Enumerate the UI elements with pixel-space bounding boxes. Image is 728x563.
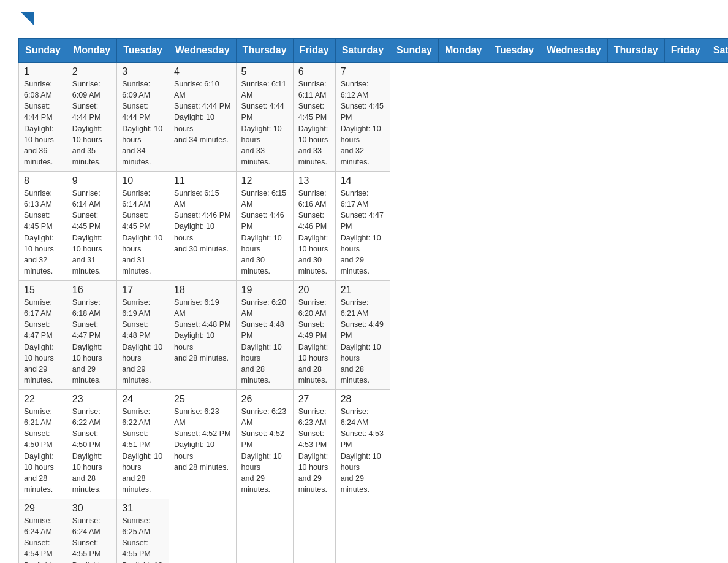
day-info: Sunrise: 6:25 AMSunset: 4:55 PMDaylight:… — [122, 515, 164, 563]
calendar-cell: 6 Sunrise: 6:11 AMSunset: 4:45 PMDayligh… — [293, 63, 335, 172]
day-number: 21 — [341, 285, 385, 296]
calendar-week-row: 1 Sunrise: 6:08 AMSunset: 4:44 PMDayligh… — [19, 63, 729, 172]
day-number: 7 — [341, 66, 385, 77]
calendar-cell: 10 Sunrise: 6:14 AMSunset: 4:45 PMDaylig… — [117, 172, 169, 281]
calendar-week-row: 8 Sunrise: 6:13 AMSunset: 4:45 PMDayligh… — [19, 172, 729, 281]
day-number: 22 — [24, 394, 62, 405]
calendar-cell: 15 Sunrise: 6:17 AMSunset: 4:47 PMDaylig… — [19, 281, 67, 390]
calendar-cell: 30 Sunrise: 6:24 AMSunset: 4:55 PMDaylig… — [67, 499, 116, 564]
calendar-cell: 20 Sunrise: 6:20 AMSunset: 4:49 PMDaylig… — [293, 281, 335, 390]
day-info: Sunrise: 6:22 AMSunset: 4:51 PMDaylight:… — [122, 406, 164, 495]
header-sunday: Sunday — [19, 39, 67, 63]
day-info: Sunrise: 6:17 AMSunset: 4:47 PMDaylight:… — [24, 297, 62, 386]
day-number: 3 — [122, 66, 164, 77]
calendar-cell: 23 Sunrise: 6:22 AMSunset: 4:50 PMDaylig… — [67, 390, 116, 499]
day-number: 11 — [174, 175, 231, 186]
day-number: 23 — [72, 394, 112, 405]
day-info: Sunrise: 6:15 AMSunset: 4:46 PMDaylight:… — [174, 188, 231, 255]
day-number: 26 — [241, 394, 288, 405]
svg-marker-0 — [21, 12, 34, 26]
day-number: 20 — [298, 285, 330, 296]
day-info: Sunrise: 6:11 AMSunset: 4:44 PMDaylight:… — [241, 79, 288, 167]
calendar-cell: 1 Sunrise: 6:08 AMSunset: 4:44 PMDayligh… — [19, 63, 67, 172]
page-header — [18, 12, 710, 26]
day-info: Sunrise: 6:23 AMSunset: 4:52 PMDaylight:… — [174, 406, 231, 473]
day-info: Sunrise: 6:09 AMSunset: 4:44 PMDaylight:… — [72, 79, 112, 167]
calendar-cell: 28 Sunrise: 6:24 AMSunset: 4:53 PMDaylig… — [335, 390, 390, 499]
day-info: Sunrise: 6:20 AMSunset: 4:48 PMDaylight:… — [241, 297, 288, 386]
day-number: 25 — [174, 394, 231, 405]
day-info: Sunrise: 6:20 AMSunset: 4:49 PMDaylight:… — [298, 297, 330, 386]
day-info: Sunrise: 6:19 AMSunset: 4:48 PMDaylight:… — [122, 297, 164, 386]
day-info: Sunrise: 6:13 AMSunset: 4:45 PMDaylight:… — [24, 188, 62, 277]
day-info: Sunrise: 6:11 AMSunset: 4:45 PMDaylight:… — [298, 79, 330, 167]
day-number: 24 — [122, 394, 164, 405]
day-info: Sunrise: 6:15 AMSunset: 4:46 PMDaylight:… — [241, 188, 288, 277]
calendar-cell: 13 Sunrise: 6:16 AMSunset: 4:46 PMDaylig… — [293, 172, 335, 281]
header-tuesday: Tuesday — [117, 39, 169, 63]
calendar-cell: 2 Sunrise: 6:09 AMSunset: 4:44 PMDayligh… — [67, 63, 116, 172]
day-info: Sunrise: 6:16 AMSunset: 4:46 PMDaylight:… — [298, 188, 330, 277]
day-number: 27 — [298, 394, 330, 405]
header-day-friday: Friday — [664, 39, 707, 63]
day-number: 4 — [174, 66, 231, 77]
calendar-cell — [236, 499, 293, 564]
calendar-cell: 24 Sunrise: 6:22 AMSunset: 4:51 PMDaylig… — [117, 390, 169, 499]
day-info: Sunrise: 6:19 AMSunset: 4:48 PMDaylight:… — [174, 297, 231, 364]
day-number: 12 — [241, 175, 288, 186]
day-number: 16 — [72, 285, 112, 296]
day-number: 29 — [24, 503, 62, 514]
day-number: 1 — [24, 66, 62, 77]
calendar-cell: 7 Sunrise: 6:12 AMSunset: 4:45 PMDayligh… — [335, 63, 390, 172]
calendar-cell — [293, 499, 335, 564]
calendar-cell: 29 Sunrise: 6:24 AMSunset: 4:54 PMDaylig… — [19, 499, 67, 564]
day-number: 5 — [241, 66, 288, 77]
calendar-week-row: 22 Sunrise: 6:21 AMSunset: 4:50 PMDaylig… — [19, 390, 729, 499]
day-number: 6 — [298, 66, 330, 77]
calendar-cell: 25 Sunrise: 6:23 AMSunset: 4:52 PMDaylig… — [169, 390, 236, 499]
header-day-wednesday: Wednesday — [540, 39, 608, 63]
day-info: Sunrise: 6:23 AMSunset: 4:52 PMDaylight:… — [241, 406, 288, 495]
calendar-cell: 21 Sunrise: 6:21 AMSunset: 4:49 PMDaylig… — [335, 281, 390, 390]
header-day-sunday: Sunday — [390, 39, 439, 63]
day-info: Sunrise: 6:23 AMSunset: 4:53 PMDaylight:… — [298, 406, 330, 495]
header-wednesday: Wednesday — [169, 39, 236, 63]
calendar-cell: 3 Sunrise: 6:09 AMSunset: 4:44 PMDayligh… — [117, 63, 169, 172]
calendar-cell: 19 Sunrise: 6:20 AMSunset: 4:48 PMDaylig… — [236, 281, 293, 390]
day-number: 14 — [341, 175, 385, 186]
day-number: 2 — [72, 66, 112, 77]
calendar-cell: 26 Sunrise: 6:23 AMSunset: 4:52 PMDaylig… — [236, 390, 293, 499]
day-info: Sunrise: 6:12 AMSunset: 4:45 PMDaylight:… — [341, 79, 385, 167]
calendar-cell: 27 Sunrise: 6:23 AMSunset: 4:53 PMDaylig… — [293, 390, 335, 499]
day-number: 13 — [298, 175, 330, 186]
day-number: 17 — [122, 285, 164, 296]
calendar-cell — [335, 499, 390, 564]
day-number: 10 — [122, 175, 164, 186]
logo-triangle-icon — [21, 12, 34, 26]
day-number: 18 — [174, 285, 231, 296]
day-info: Sunrise: 6:21 AMSunset: 4:49 PMDaylight:… — [341, 297, 385, 386]
calendar-cell: 17 Sunrise: 6:19 AMSunset: 4:48 PMDaylig… — [117, 281, 169, 390]
day-number: 9 — [72, 175, 112, 186]
calendar-week-row: 15 Sunrise: 6:17 AMSunset: 4:47 PMDaylig… — [19, 281, 729, 390]
day-info: Sunrise: 6:14 AMSunset: 4:45 PMDaylight:… — [122, 188, 164, 277]
header-monday: Monday — [67, 39, 116, 63]
day-number: 19 — [241, 285, 288, 296]
calendar-cell: 31 Sunrise: 6:25 AMSunset: 4:55 PMDaylig… — [117, 499, 169, 564]
day-info: Sunrise: 6:24 AMSunset: 4:54 PMDaylight:… — [24, 515, 62, 563]
logo — [18, 12, 50, 26]
header-saturday: Saturday — [335, 39, 390, 63]
header-thursday: Thursday — [236, 39, 293, 63]
day-info: Sunrise: 6:21 AMSunset: 4:50 PMDaylight:… — [24, 406, 62, 495]
day-info: Sunrise: 6:17 AMSunset: 4:47 PMDaylight:… — [341, 188, 385, 277]
calendar-header-row: SundayMondayTuesdayWednesdayThursdayFrid… — [19, 39, 729, 63]
day-number: 31 — [122, 503, 164, 514]
calendar-week-row: 29 Sunrise: 6:24 AMSunset: 4:54 PMDaylig… — [19, 499, 729, 564]
calendar-cell: 4 Sunrise: 6:10 AMSunset: 4:44 PMDayligh… — [169, 63, 236, 172]
day-info: Sunrise: 6:18 AMSunset: 4:47 PMDaylight:… — [72, 297, 112, 386]
header-day-saturday: Saturday — [707, 39, 728, 63]
header-day-monday: Monday — [438, 39, 488, 63]
day-number: 15 — [24, 285, 62, 296]
header-day-tuesday: Tuesday — [488, 39, 540, 63]
calendar-cell: 14 Sunrise: 6:17 AMSunset: 4:47 PMDaylig… — [335, 172, 390, 281]
